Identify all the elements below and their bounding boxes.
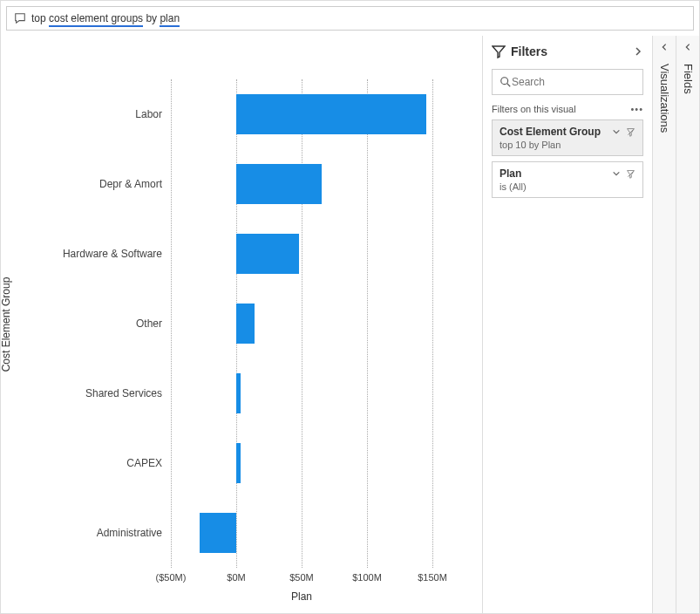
x-tick-label: $150M (418, 572, 447, 583)
expand-pane-icon[interactable] (633, 46, 643, 57)
rail-label-visualizations: Visualizations (658, 64, 671, 133)
filters-header: Filters (492, 44, 643, 58)
chart-area: Cost Element Group Plan ($50M)$0M$50M$10… (1, 36, 482, 613)
query-text: top cost element groups by plan (31, 12, 180, 24)
svg-line-2 (628, 129, 633, 134)
category-label: CAPEX (49, 457, 162, 469)
gridline (367, 79, 368, 568)
bar[interactable] (236, 164, 322, 204)
filters-section-header: Filters on this visual ••• (492, 104, 643, 114)
search-icon (500, 76, 512, 88)
filters-title-row: Filters (492, 44, 547, 58)
category-label: Administrative (49, 527, 162, 539)
category-label: Other (49, 317, 162, 330)
chevron-left-icon[interactable] (683, 43, 692, 51)
chevron-left-icon[interactable] (660, 43, 669, 51)
bar[interactable] (236, 373, 241, 413)
plot: Plan ($50M)$0M$50M$100M$150MLaborDepr & … (49, 79, 441, 585)
x-tick-label: $0M (227, 572, 245, 583)
category-label: Labor (49, 108, 162, 120)
filter-card[interactable]: Planis (All) (492, 161, 643, 198)
x-tick-label: ($50M) (156, 572, 187, 583)
bar[interactable] (236, 304, 255, 344)
category-label: Shared Services (49, 387, 162, 399)
bar[interactable] (236, 234, 299, 274)
svg-line-3 (628, 171, 633, 176)
query-underlined-2: plan (160, 12, 180, 27)
svg-line-1 (507, 84, 511, 87)
visualizations-rail[interactable]: Visualizations (652, 36, 676, 613)
category-label: Depr & Amort (49, 178, 162, 190)
plot-inner (171, 79, 432, 568)
filter-search[interactable] (492, 69, 643, 95)
gridline (302, 79, 302, 568)
fields-rail[interactable]: Fields (676, 36, 699, 613)
query-middle: by (143, 12, 160, 24)
filter-card-subtitle: is (All) (500, 181, 635, 192)
rail-label-fields: Fields (682, 64, 695, 94)
bar[interactable] (236, 94, 426, 134)
query-underlined-1: cost element groups (49, 12, 143, 27)
filters-pane: Filters Filters on this visual ••• Cost … (482, 36, 652, 613)
filter-card-subtitle: top 10 by Plan (500, 140, 635, 150)
y-axis-title: Cost Element Group (1, 277, 12, 372)
query-prefix: top (31, 12, 49, 24)
gridline (432, 79, 433, 568)
filter-card-title: Plan (500, 167, 521, 180)
more-icon[interactable]: ••• (630, 104, 643, 114)
chat-icon (14, 12, 26, 24)
query-bar[interactable]: top cost element groups by plan (6, 6, 694, 31)
svg-point-0 (501, 78, 508, 85)
category-label: Hardware & Software (49, 248, 162, 260)
filter-search-input[interactable] (512, 76, 642, 88)
filter-card[interactable]: Cost Element Grouptop 10 by Plan (492, 119, 643, 156)
app-window: top cost element groups by plan Cost Ele… (0, 0, 700, 614)
bar[interactable] (200, 513, 236, 553)
chevron-down-icon[interactable] (612, 127, 621, 137)
gridline (171, 79, 172, 568)
filter-icon (492, 44, 506, 58)
bar[interactable] (236, 443, 241, 483)
x-tick-label: $50M (289, 572, 314, 583)
filters-title: Filters (511, 44, 547, 58)
clear-filter-icon[interactable] (626, 127, 635, 137)
body: Cost Element Group Plan ($50M)$0M$50M$10… (1, 36, 699, 613)
filter-card-title: Cost Element Group (500, 126, 601, 138)
chevron-down-icon[interactable] (612, 169, 621, 179)
clear-filter-icon[interactable] (626, 169, 635, 179)
x-tick-label: $100M (352, 572, 382, 583)
filters-section-label: Filters on this visual (492, 104, 576, 114)
x-axis-title: Plan (291, 590, 312, 603)
